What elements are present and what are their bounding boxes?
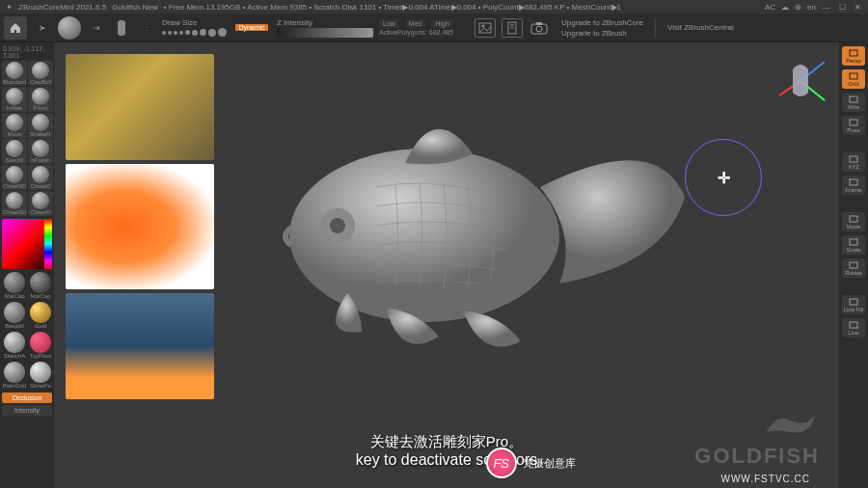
globe-icon[interactable]: ⊕ <box>795 3 801 12</box>
svg-rect-25 <box>850 322 857 328</box>
app-stats: • Free Mem 13.195GB • Active Mem 9385 • … <box>164 3 621 12</box>
material-gold[interactable]: Gold <box>28 302 53 331</box>
brush-pinch[interactable]: Pinch <box>28 87 53 112</box>
svg-rect-8 <box>536 22 542 25</box>
material-silverfo[interactable]: SilverFo <box>28 362 53 391</box>
maximize-button[interactable]: ☐ <box>837 2 847 12</box>
project-name: Goldfish New <box>112 3 158 12</box>
svg-rect-0 <box>118 20 125 36</box>
right-grid-button[interactable]: Grid <box>842 69 865 89</box>
project-logo-text: GOLDFISH <box>694 444 820 469</box>
brush-standard[interactable]: Standard <box>2 61 27 86</box>
app-name: ZBrushCoreMini 2021.6.5 <box>18 3 106 12</box>
brush-chisel3d[interactable]: Chisel3D <box>2 165 27 190</box>
draw-size-label: Draw Size <box>162 18 227 27</box>
viewport-logo: GOLDFISH <box>694 403 820 469</box>
home-button[interactable] <box>4 16 27 40</box>
right-xyz-button[interactable]: XYZ <box>842 152 865 172</box>
goldfish-sculpt <box>231 71 694 380</box>
right-line-button[interactable]: Line <box>842 318 865 338</box>
material-sketcha[interactable]: SketchA <box>2 332 27 361</box>
material-palegold[interactable]: PaleGold <box>2 362 27 391</box>
reference-image-button[interactable] <box>475 18 496 38</box>
right-wire-button[interactable]: Wire <box>842 93 865 112</box>
document-icon <box>506 21 518 35</box>
material-matcap[interactable]: MatCap <box>28 272 53 301</box>
svg-rect-18 <box>850 120 857 125</box>
svg-rect-21 <box>850 216 857 222</box>
visit-zbrushcentral-link[interactable]: Visit ZBrushCentral <box>662 23 740 32</box>
dynamic-toggle[interactable]: Dynamic <box>235 24 267 31</box>
draw-size-slider[interactable]: Draw Size <box>162 18 227 37</box>
camera-icon <box>530 21 548 35</box>
crosshair-icon: ✛ <box>718 169 730 187</box>
brush-move[interactable]: Move <box>2 113 27 138</box>
step-forward-icon[interactable]: ⇥ <box>87 17 106 39</box>
level-med-button[interactable]: Med <box>405 19 426 28</box>
close-button[interactable]: ✕ <box>853 2 862 12</box>
brush-hpolish[interactable]: hPolish <box>28 139 53 164</box>
camera-button[interactable] <box>529 18 550 38</box>
brush-chisel3d[interactable]: Chisel3D <box>2 191 27 216</box>
brush-chiselo[interactable]: ChiselO <box>28 191 53 216</box>
svg-rect-17 <box>850 96 857 102</box>
left-sidebar: 0.939, -1.117, 3.861 StandardClayBuilInf… <box>0 42 54 488</box>
coordinates-readout: 0.939, -1.117, 3.861 <box>2 44 52 60</box>
cylinder-icon[interactable] <box>112 17 131 39</box>
watermark-url: WWW.FSTVC.CC <box>720 474 810 484</box>
document-button[interactable] <box>502 18 523 38</box>
brush-snakeh[interactable]: SnakeH <box>28 113 53 138</box>
reference-image-3[interactable] <box>66 293 214 399</box>
right-move-button[interactable]: Move <box>842 212 865 231</box>
right-line-fill-button[interactable]: Line Fill <box>842 295 865 314</box>
language-label[interactable]: en <box>807 3 816 12</box>
navigation-gizmo[interactable] <box>772 52 829 110</box>
cloud-icon[interactable]: ☁ <box>781 3 789 12</box>
reference-image-2[interactable] <box>66 164 214 289</box>
viewport-3d[interactable]: ✛ GOLDFISH <box>212 42 839 488</box>
svg-rect-24 <box>850 299 857 305</box>
watermark: FS 梵摄创意库 <box>486 447 576 478</box>
intensity-button[interactable]: Intensity <box>2 405 52 416</box>
right-frame-button[interactable]: Frame <box>842 176 865 195</box>
level-high-button[interactable]: High <box>431 19 452 28</box>
right-rotate-button[interactable]: Rotate <box>842 258 865 278</box>
svg-point-11 <box>330 218 345 233</box>
reference-column <box>54 42 212 488</box>
brush-slash3[interactable]: Slash3 <box>2 139 27 164</box>
svg-rect-15 <box>850 50 857 56</box>
svg-rect-22 <box>850 239 857 245</box>
minimize-button[interactable]: — <box>822 2 831 12</box>
brush-chiselc[interactable]: ChiselC <box>28 165 53 190</box>
svg-rect-16 <box>850 73 857 79</box>
top-toolbar: ➤ ⇥ ⋮ Draw Size Dynamic Z Intensity Low … <box>0 14 868 42</box>
material-palette: MatCapMatCapBasicMGoldSketchAToyPlastPal… <box>2 272 52 391</box>
image-icon <box>478 22 492 34</box>
watermark-text: 梵摄创意库 <box>523 456 576 471</box>
level-low-button[interactable]: Low <box>379 19 399 28</box>
reference-image-1[interactable] <box>66 54 214 160</box>
z-intensity-slider[interactable]: Z Intensity <box>277 18 373 38</box>
right-scale-button[interactable]: Scale <box>842 235 865 255</box>
color-picker[interactable] <box>2 219 52 269</box>
upgrade-core-link[interactable]: Upgrade to ZBrushCore <box>561 18 643 27</box>
hue-strip[interactable] <box>44 219 52 269</box>
right-sidebar: PerspGridWirePoseXYZFrameMoveScaleRotate… <box>839 42 868 488</box>
zbrush-logo-icon <box>762 403 820 442</box>
home-icon <box>9 21 22 35</box>
active-brush-preview[interactable] <box>58 16 81 40</box>
right-persp-button[interactable]: Persp <box>842 46 865 66</box>
brush-cursor: ✛ <box>685 139 762 216</box>
right-pose-button[interactable]: Pose <box>842 116 865 135</box>
material-matcap[interactable]: MatCap <box>2 272 27 301</box>
material-toyplast[interactable]: ToyPlast <box>28 332 53 361</box>
brush-inflate[interactable]: Inflate <box>2 87 27 112</box>
upgrade-zbrush-link[interactable]: Upgrade to ZBrush <box>561 29 643 38</box>
material-basicm[interactable]: BasicM <box>2 302 27 331</box>
occlusion-button[interactable]: Occlusion <box>2 393 52 403</box>
watermark-badge: FS <box>486 447 517 478</box>
brush-claybuil[interactable]: ClayBuil <box>28 61 53 86</box>
poly-info: Low Med High ActivePolygons: 682,485 <box>379 19 453 36</box>
arrow-right-icon[interactable]: ➤ <box>33 17 52 39</box>
brush-palette: StandardClayBuilInflatePinchMoveSnakeHSl… <box>2 61 52 216</box>
